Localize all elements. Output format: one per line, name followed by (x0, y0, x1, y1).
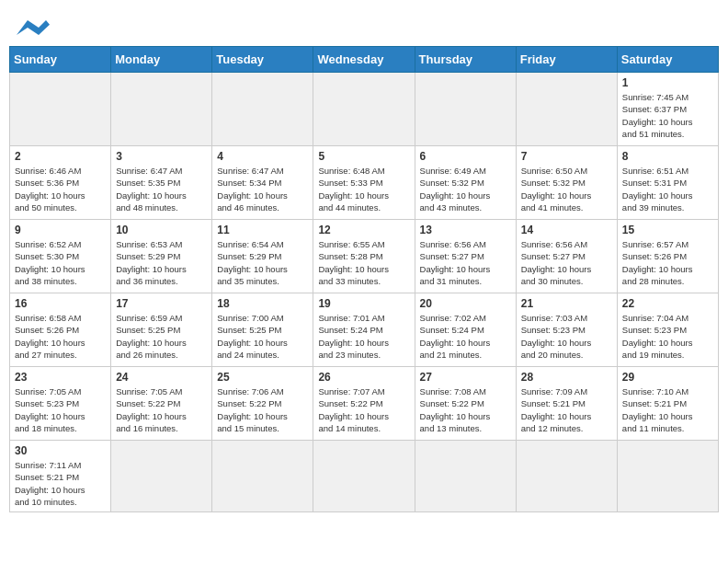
weekday-header-thursday: Thursday (415, 47, 516, 73)
weekday-header-saturday: Saturday (617, 47, 718, 73)
week-row-6: 30Sunrise: 7:11 AM Sunset: 5:21 PM Dayli… (10, 441, 719, 512)
day-number: 9 (15, 224, 106, 236)
day-number: 8 (622, 150, 713, 163)
day-info: Sunrise: 6:59 AM Sunset: 5:25 PM Dayligh… (116, 312, 207, 361)
day-info: Sunrise: 7:08 AM Sunset: 5:22 PM Dayligh… (420, 385, 511, 434)
day-number: 17 (116, 297, 207, 310)
calendar-cell (415, 73, 516, 146)
day-number: 21 (521, 297, 612, 310)
day-number: 27 (420, 371, 511, 384)
calendar-cell (212, 441, 313, 512)
calendar-cell: 15Sunrise: 6:57 AM Sunset: 5:26 PM Dayli… (617, 220, 718, 293)
day-info: Sunrise: 7:01 AM Sunset: 5:24 PM Dayligh… (318, 312, 409, 361)
day-number: 14 (521, 224, 612, 236)
calendar-cell (617, 441, 718, 512)
day-info: Sunrise: 6:46 AM Sunset: 5:36 PM Dayligh… (15, 165, 106, 213)
calendar-cell: 9Sunrise: 6:52 AM Sunset: 5:30 PM Daylig… (10, 220, 111, 293)
calendar-cell: 23Sunrise: 7:05 AM Sunset: 5:23 PM Dayli… (10, 367, 111, 441)
calendar-cell: 5Sunrise: 6:48 AM Sunset: 5:33 PM Daylig… (313, 146, 415, 220)
day-number: 29 (622, 371, 713, 384)
logo (13, 9, 50, 39)
day-info: Sunrise: 6:49 AM Sunset: 5:32 PM Dayligh… (420, 165, 511, 213)
day-number: 3 (116, 150, 207, 163)
calendar-cell: 3Sunrise: 6:47 AM Sunset: 5:35 PM Daylig… (111, 146, 212, 220)
calendar-cell: 16Sunrise: 6:58 AM Sunset: 5:26 PM Dayli… (10, 293, 111, 367)
calendar-cell (111, 73, 212, 146)
calendar-cell: 22Sunrise: 7:04 AM Sunset: 5:23 PM Dayli… (617, 293, 718, 367)
calendar-cell: 10Sunrise: 6:53 AM Sunset: 5:29 PM Dayli… (111, 220, 212, 293)
day-number: 30 (15, 444, 106, 457)
calendar-cell: 11Sunrise: 6:54 AM Sunset: 5:29 PM Dayli… (212, 220, 313, 293)
calendar-cell: 30Sunrise: 7:11 AM Sunset: 5:21 PM Dayli… (10, 441, 111, 512)
day-info: Sunrise: 7:45 AM Sunset: 6:37 PM Dayligh… (622, 91, 713, 140)
day-info: Sunrise: 7:04 AM Sunset: 5:23 PM Dayligh… (622, 312, 713, 361)
day-info: Sunrise: 6:56 AM Sunset: 5:27 PM Dayligh… (521, 238, 612, 287)
weekday-header-sunday: Sunday (10, 47, 111, 73)
day-info: Sunrise: 7:06 AM Sunset: 5:22 PM Dayligh… (217, 385, 308, 434)
calendar-cell: 2Sunrise: 6:46 AM Sunset: 5:36 PM Daylig… (10, 146, 111, 220)
calendar-cell (516, 441, 617, 512)
week-row-5: 23Sunrise: 7:05 AM Sunset: 5:23 PM Dayli… (10, 367, 719, 441)
day-info: Sunrise: 6:48 AM Sunset: 5:33 PM Dayligh… (318, 165, 409, 213)
calendar-cell (10, 73, 111, 146)
week-row-4: 16Sunrise: 6:58 AM Sunset: 5:26 PM Dayli… (10, 293, 719, 367)
calendar-cell: 26Sunrise: 7:07 AM Sunset: 5:22 PM Dayli… (313, 367, 415, 441)
day-number: 23 (15, 371, 106, 384)
calendar-cell: 4Sunrise: 6:47 AM Sunset: 5:34 PM Daylig… (212, 146, 313, 220)
week-row-3: 9Sunrise: 6:52 AM Sunset: 5:30 PM Daylig… (10, 220, 719, 293)
weekday-header-tuesday: Tuesday (212, 47, 313, 73)
calendar-cell: 20Sunrise: 7:02 AM Sunset: 5:24 PM Dayli… (415, 293, 516, 367)
day-number: 11 (217, 224, 308, 236)
calendar-cell (415, 441, 516, 512)
calendar-cell: 24Sunrise: 7:05 AM Sunset: 5:22 PM Dayli… (111, 367, 212, 441)
calendar-cell: 18Sunrise: 7:00 AM Sunset: 5:25 PM Dayli… (212, 293, 313, 367)
day-number: 4 (217, 150, 308, 163)
day-info: Sunrise: 6:53 AM Sunset: 5:29 PM Dayligh… (116, 238, 207, 287)
calendar-cell: 6Sunrise: 6:49 AM Sunset: 5:32 PM Daylig… (415, 146, 516, 220)
calendar-cell: 1Sunrise: 7:45 AM Sunset: 6:37 PM Daylig… (617, 73, 718, 146)
day-info: Sunrise: 6:58 AM Sunset: 5:26 PM Dayligh… (15, 312, 106, 361)
calendar-cell: 7Sunrise: 6:50 AM Sunset: 5:32 PM Daylig… (516, 146, 617, 220)
day-info: Sunrise: 7:09 AM Sunset: 5:21 PM Dayligh… (521, 385, 612, 434)
day-info: Sunrise: 6:47 AM Sunset: 5:35 PM Dayligh… (116, 165, 207, 213)
day-number: 15 (622, 224, 713, 236)
header (9, 9, 719, 39)
day-number: 16 (15, 297, 106, 310)
day-info: Sunrise: 7:02 AM Sunset: 5:24 PM Dayligh… (420, 312, 511, 361)
weekday-header-wednesday: Wednesday (313, 47, 415, 73)
day-info: Sunrise: 6:57 AM Sunset: 5:26 PM Dayligh… (622, 238, 713, 287)
logo-icon (13, 17, 50, 39)
calendar-cell: 25Sunrise: 7:06 AM Sunset: 5:22 PM Dayli… (212, 367, 313, 441)
weekday-header-friday: Friday (516, 47, 617, 73)
day-number: 18 (217, 297, 308, 310)
day-number: 24 (116, 371, 207, 384)
day-number: 22 (622, 297, 713, 310)
calendar-cell: 29Sunrise: 7:10 AM Sunset: 5:21 PM Dayli… (617, 367, 718, 441)
calendar-cell: 17Sunrise: 6:59 AM Sunset: 5:25 PM Dayli… (111, 293, 212, 367)
day-number: 10 (116, 224, 207, 236)
weekday-header-monday: Monday (111, 47, 212, 73)
day-info: Sunrise: 7:05 AM Sunset: 5:23 PM Dayligh… (15, 385, 106, 434)
calendar-cell (516, 73, 617, 146)
calendar-cell: 27Sunrise: 7:08 AM Sunset: 5:22 PM Dayli… (415, 367, 516, 441)
day-info: Sunrise: 6:51 AM Sunset: 5:31 PM Dayligh… (622, 165, 713, 213)
calendar-cell: 19Sunrise: 7:01 AM Sunset: 5:24 PM Dayli… (313, 293, 415, 367)
calendar-cell (313, 73, 415, 146)
day-info: Sunrise: 7:07 AM Sunset: 5:22 PM Dayligh… (318, 385, 409, 434)
day-number: 12 (318, 224, 409, 236)
day-number: 1 (622, 76, 713, 89)
calendar-cell: 21Sunrise: 7:03 AM Sunset: 5:23 PM Dayli… (516, 293, 617, 367)
calendar: SundayMondayTuesdayWednesdayThursdayFrid… (9, 46, 719, 512)
day-info: Sunrise: 7:05 AM Sunset: 5:22 PM Dayligh… (116, 385, 207, 434)
calendar-cell (313, 441, 415, 512)
week-row-2: 2Sunrise: 6:46 AM Sunset: 5:36 PM Daylig… (10, 146, 719, 220)
day-info: Sunrise: 7:11 AM Sunset: 5:21 PM Dayligh… (15, 459, 106, 508)
day-number: 7 (521, 150, 612, 163)
day-number: 25 (217, 371, 308, 384)
day-info: Sunrise: 6:54 AM Sunset: 5:29 PM Dayligh… (217, 238, 308, 287)
day-info: Sunrise: 7:00 AM Sunset: 5:25 PM Dayligh… (217, 312, 308, 361)
day-number: 26 (318, 371, 409, 384)
day-number: 20 (420, 297, 511, 310)
day-info: Sunrise: 7:03 AM Sunset: 5:23 PM Dayligh… (521, 312, 612, 361)
day-info: Sunrise: 6:50 AM Sunset: 5:32 PM Dayligh… (521, 165, 612, 213)
